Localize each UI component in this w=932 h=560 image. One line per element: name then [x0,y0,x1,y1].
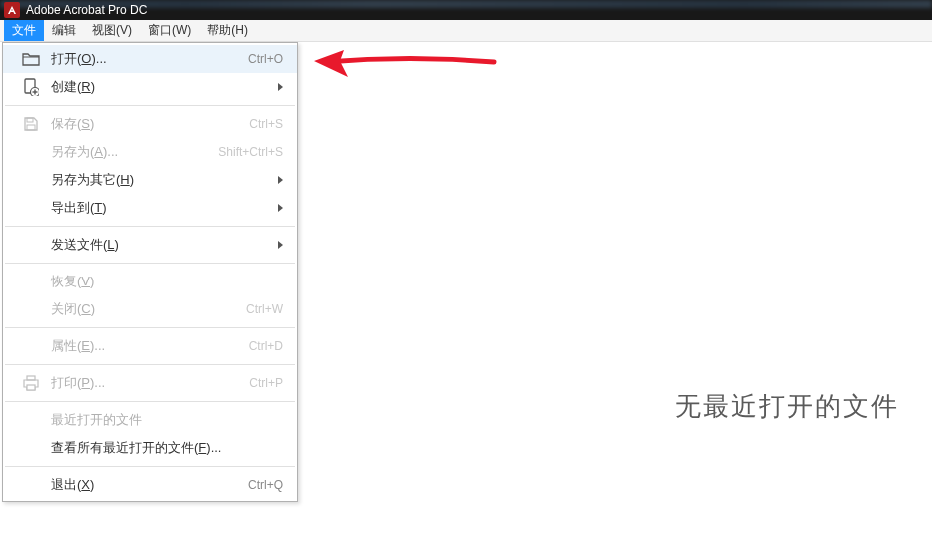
menu-item-shortcut: Shift+Ctrl+S [218,145,283,159]
menu-item-label: 创建(R) [51,78,278,96]
menu-item-shortcut: Ctrl+Q [248,478,283,492]
print-icon [21,375,41,391]
menu-item-label: 退出(X) [51,476,248,494]
no-recent-files-message: 无最近打开的文件 [675,389,899,424]
menu-separator [5,263,295,264]
menu-item-shortcut: Ctrl+O [248,52,283,66]
menu-item-8[interactable]: 发送文件(L) [3,231,297,259]
menu-item-label: 关闭(C) [51,300,246,318]
menu-item-20[interactable]: 退出(X)Ctrl+Q [3,471,297,499]
menu-edit[interactable]: 编辑 [44,20,84,41]
menu-file[interactable]: 文件 [4,20,44,41]
menu-item-4: 另存为(A)...Shift+Ctrl+S [3,138,297,166]
menu-item-label: 属性(E)... [51,337,249,355]
menu-item-10: 恢复(V) [3,268,297,295]
submenu-arrow-icon [278,204,283,212]
app-icon [4,2,20,18]
menu-item-shortcut: Ctrl+W [246,302,283,316]
menu-item-shortcut: Ctrl+S [249,117,283,131]
menu-separator [5,105,295,106]
menu-item-0[interactable]: 打开(O)...Ctrl+O [3,45,297,73]
menu-item-label: 保存(S) [51,115,249,133]
submenu-arrow-icon [278,176,283,184]
svg-rect-6 [27,376,35,380]
menu-window[interactable]: 窗口(W) [140,20,199,41]
menu-item-18[interactable]: 查看所有最近打开的文件(F)... [3,434,297,462]
menu-separator [5,466,295,467]
menu-item-11: 关闭(C)Ctrl+W [3,295,297,323]
titlebar: Adobe Acrobat Pro DC [0,0,932,20]
menu-separator [5,401,295,402]
menu-item-label: 另存为其它(H) [51,171,278,189]
menu-item-shortcut: Ctrl+P [249,376,283,390]
create-icon [21,78,41,96]
menu-view[interactable]: 视图(V) [84,20,140,41]
menu-item-15: 打印(P)...Ctrl+P [3,369,297,397]
menu-item-shortcut: Ctrl+D [249,339,283,353]
menu-item-13: 属性(E)...Ctrl+D [3,332,297,360]
menubar: 文件 编辑 视图(V) 窗口(W) 帮助(H) [0,20,932,42]
menu-item-label: 最近打开的文件 [51,411,283,429]
menu-item-label: 打开(O)... [51,50,248,68]
menu-item-1[interactable]: 创建(R) [3,73,297,101]
svg-rect-5 [27,125,35,130]
menu-item-3: 保存(S)Ctrl+S [3,110,297,138]
menu-item-label: 另存为(A)... [51,143,218,161]
menu-item-label: 打印(P)... [51,374,249,392]
menu-item-17: 最近打开的文件 [3,406,297,434]
menu-item-label: 恢复(V) [51,273,283,290]
menu-separator [5,327,295,328]
menu-separator [5,364,295,365]
app-title: Adobe Acrobat Pro DC [26,3,147,17]
menu-item-label: 发送文件(L) [51,236,278,254]
save-icon [21,116,41,132]
folder-icon [21,52,41,66]
svg-rect-7 [27,385,35,390]
menu-separator [5,226,295,227]
submenu-arrow-icon [278,241,283,249]
menu-item-6[interactable]: 导出到(T) [3,194,297,222]
file-dropdown-menu: 打开(O)...Ctrl+O创建(R)保存(S)Ctrl+S另存为(A)...S… [2,42,298,502]
menu-item-label: 查看所有最近打开的文件(F)... [51,439,283,457]
submenu-arrow-icon [278,83,283,91]
menu-item-label: 导出到(T) [51,199,278,217]
menu-item-5[interactable]: 另存为其它(H) [3,166,297,194]
menu-help[interactable]: 帮助(H) [199,20,256,41]
